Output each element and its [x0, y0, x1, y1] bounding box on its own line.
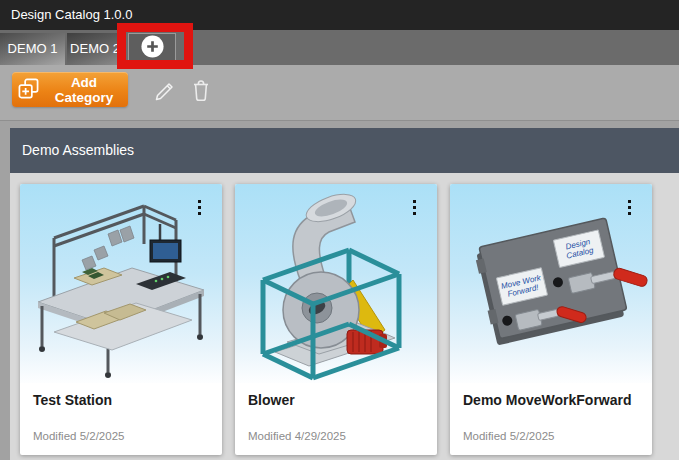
card-modified-date: Modified 5/2/2025	[33, 430, 124, 442]
title-bar: Design Catalog 1.0.0	[0, 0, 679, 30]
card-title: Blower	[248, 392, 427, 408]
section-header: Demo Assemblies	[10, 128, 679, 173]
plus-circle-icon	[140, 34, 165, 63]
card-modified-date: Modified 5/2/2025	[463, 430, 554, 442]
assembly-card-list: Test Station Modified 5/2/2025	[20, 184, 652, 455]
delete-category-button[interactable]	[185, 75, 217, 107]
section-title: Demo Assemblies	[22, 142, 134, 158]
add-category-icon	[18, 78, 39, 102]
card-menu-button[interactable]	[402, 193, 426, 221]
tab-label: DEMO 1	[8, 41, 58, 56]
add-tab-button[interactable]	[128, 33, 176, 64]
tab-label: DEMO 2	[70, 41, 120, 56]
kebab-menu-icon	[628, 200, 631, 215]
card-title: Test Station	[33, 392, 212, 408]
tab-bar: DEMO 1 DEMO 2	[0, 30, 679, 65]
assembly-card-test-station[interactable]: Test Station Modified 5/2/2025	[20, 184, 222, 455]
card-title: Demo MoveWorkForward	[463, 392, 642, 408]
kebab-menu-icon	[198, 200, 201, 215]
tab-demo-2[interactable]: DEMO 2	[67, 33, 123, 65]
pencil-icon	[150, 77, 176, 106]
assembly-card-moveworkforward[interactable]: Move Work Forward! Design Catalog	[450, 184, 652, 455]
card-menu-button[interactable]	[187, 193, 211, 221]
card-menu-button[interactable]	[617, 193, 641, 221]
tab-demo-1[interactable]: DEMO 1	[0, 33, 65, 65]
trash-icon	[189, 77, 213, 106]
card-modified-date: Modified 4/29/2025	[248, 430, 346, 442]
window-title: Design Catalog 1.0.0	[11, 7, 132, 22]
toolbar: Add Category	[0, 65, 679, 121]
edit-category-button[interactable]	[147, 75, 179, 107]
blower-image	[235, 184, 437, 383]
add-category-label: Add Category	[46, 75, 122, 105]
kebab-menu-icon	[413, 200, 416, 215]
category-panel: Demo Assemblies	[10, 128, 679, 460]
test-station-image	[20, 184, 222, 383]
moveworkforward-image: Move Work Forward! Design Catalog	[450, 184, 652, 383]
add-category-button[interactable]: Add Category	[12, 72, 128, 107]
assembly-card-blower[interactable]: Blower Modified 4/29/2025	[235, 184, 437, 455]
